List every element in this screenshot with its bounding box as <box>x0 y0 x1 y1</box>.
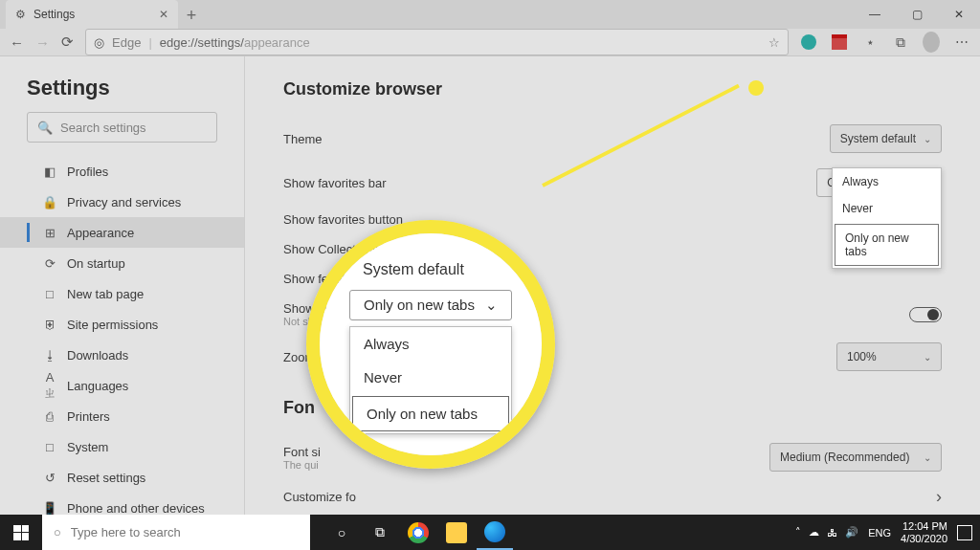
sidebar-item-label: Appearance <box>67 226 134 240</box>
file-explorer-icon[interactable] <box>438 515 475 550</box>
onedrive-icon[interactable]: ☁ <box>809 526 819 539</box>
sidebar-icon: ⊞ <box>42 226 57 240</box>
back-button[interactable]: ← <box>10 34 24 51</box>
fontsize-dropdown[interactable]: Medium (Recommended)⌄ <box>769 443 942 472</box>
sidebar-item-label: System <box>67 440 108 454</box>
row-home-button: Show home bu Not shown <box>283 294 942 335</box>
sidebar-item-label: Privacy and services <box>67 195 181 209</box>
sidebar-icon: ⟳ <box>42 256 57 271</box>
tray-lang[interactable]: ENG <box>868 527 891 539</box>
edge-label: Edge <box>112 35 141 50</box>
titlebar: ⚙ Settings ✕ + — ▢ ✕ <box>0 0 980 29</box>
favbar-option-only-new-tabs[interactable]: Only on new tabs <box>835 224 939 266</box>
window-close[interactable]: ✕ <box>938 0 980 29</box>
url-text: edge://settings/appearance <box>160 35 310 50</box>
sidebar-icon: ↺ <box>42 471 57 485</box>
settings-title: Settings <box>0 76 244 112</box>
sidebar-item-new-tab-page[interactable]: □New tab page <box>0 278 244 309</box>
extension-icon-2[interactable] <box>831 33 848 51</box>
sidebar-icon: ⭳ <box>42 348 57 363</box>
more-menu-icon[interactable]: ⋯ <box>953 33 970 51</box>
sidebar-item-system[interactable]: □System <box>0 431 244 462</box>
sidebar-item-profiles[interactable]: ◧Profiles <box>0 156 244 187</box>
collections-label: Show Collections button <box>283 242 416 256</box>
sidebar-item-label: Printers <box>67 409 110 424</box>
sidebar-item-label: Downloads <box>67 348 128 363</box>
home-toggle[interactable] <box>909 307 942 322</box>
row-font-size: Font si The qui Medium (Recommended)⌄ <box>283 435 942 479</box>
chevron-down-icon: ⌄ <box>924 134 931 144</box>
edge-taskbar-icon[interactable] <box>477 515 513 550</box>
browser-tab[interactable]: ⚙ Settings ✕ <box>6 0 178 29</box>
sidebar-icon: □ <box>42 440 57 454</box>
taskbar-search[interactable]: ○ Type here to search <box>42 515 310 550</box>
sidebar-item-downloads[interactable]: ⭳Downloads <box>0 340 244 370</box>
windows-taskbar: ○ Type here to search ○ ⧉ ˄ ☁ 🖧 🔊 ENG 12… <box>0 515 980 550</box>
sidebar-item-label: Phone and other devices <box>67 501 205 516</box>
fonts-header: Fon <box>283 398 942 418</box>
sidebar-item-label: On startup <box>67 256 125 271</box>
row-theme: Theme System default⌄ <box>283 117 942 161</box>
close-tab-icon[interactable]: ✕ <box>159 8 168 21</box>
start-button[interactable] <box>0 515 42 550</box>
search-settings-input[interactable]: 🔍 Search settings <box>27 112 217 143</box>
chevron-right-icon: › <box>936 487 942 507</box>
sidebar-item-site-permissions[interactable]: ⛨Site permissions <box>0 309 244 340</box>
chrome-taskbar-icon[interactable] <box>400 515 436 550</box>
sidebar-icon: 🔒 <box>42 195 57 209</box>
fontsize-sub: The qui <box>283 459 321 471</box>
chevron-down-icon: ⌄ <box>924 352 931 363</box>
sidebar-item-appearance[interactable]: ⊞Appearance <box>0 217 244 248</box>
favbar-option-never[interactable]: Never <box>833 195 941 222</box>
network-icon[interactable]: 🖧 <box>827 527 837 539</box>
taskbar-search-placeholder: Type here to search <box>71 525 181 539</box>
sidebar-item-on-startup[interactable]: ⟳On startup <box>0 248 244 278</box>
home-sub: Not shown <box>283 316 367 327</box>
favbtn-label: Show favorites button <box>283 212 403 227</box>
extension-icon-1[interactable] <box>800 33 817 51</box>
tray-clock[interactable]: 12:04 PM 4/30/2020 <box>901 520 947 543</box>
favorite-star-icon[interactable]: ☆ <box>768 35 780 50</box>
theme-label: Theme <box>283 132 322 146</box>
settings-sidebar: Settings 🔍 Search settings ◧Profiles🔒Pri… <box>0 56 245 550</box>
edge-icon: ◎ <box>94 35 104 50</box>
favorites-icon[interactable]: ⋆ <box>861 33 879 51</box>
sidebar-item-reset-settings[interactable]: ↺Reset settings <box>0 462 244 493</box>
sidebar-icon: 📱 <box>42 501 57 516</box>
sidebar-icon: ⎙ <box>42 409 57 424</box>
search-icon: 🔍 <box>37 121 53 135</box>
customize-fonts-label: Customize fo <box>283 490 356 504</box>
row-zoom: Zoom 100%⌄ <box>283 335 942 379</box>
cortana-icon[interactable]: ○ <box>323 515 360 550</box>
volume-icon[interactable]: 🔊 <box>845 526 858 539</box>
home-label: Show home bu <box>283 301 367 316</box>
collections-icon[interactable]: ⧉ <box>892 33 909 51</box>
zoom-dropdown[interactable]: 100%⌄ <box>836 342 942 371</box>
sidebar-item-languages[interactable]: AㄓLanguages <box>0 370 244 401</box>
tray-chevron-icon[interactable]: ˄ <box>795 526 801 539</box>
window-minimize[interactable]: — <box>854 0 896 29</box>
tray-icons[interactable]: ˄ ☁ 🖧 🔊 <box>795 526 858 539</box>
sidebar-icon: ⛨ <box>42 318 57 332</box>
window-maximize[interactable]: ▢ <box>896 0 938 29</box>
favbar-label: Show favorites bar <box>283 176 387 190</box>
section-header: Customize browser <box>283 79 942 99</box>
favbar-option-always[interactable]: Always <box>833 168 941 195</box>
main-panel: Customize browser Theme System default⌄ … <box>245 56 980 550</box>
refresh-button[interactable]: ⟳ <box>61 33 74 51</box>
sidebar-icon: Aㄓ <box>42 370 57 402</box>
sidebar-item-privacy-and-services[interactable]: 🔒Privacy and services <box>0 187 244 217</box>
action-center-icon[interactable] <box>957 525 972 540</box>
gear-icon: ⚙ <box>15 8 26 21</box>
profile-avatar[interactable] <box>923 33 940 51</box>
row-customize-fonts[interactable]: Customize fo › <box>283 479 942 515</box>
sidebar-item-printers[interactable]: ⎙Printers <box>0 401 244 431</box>
task-view-icon[interactable]: ⧉ <box>362 515 398 550</box>
zoom-label: Zoom <box>283 350 315 364</box>
sidebar-icon: □ <box>42 287 57 301</box>
url-box[interactable]: ◎ Edge | edge://settings/appearance ☆ <box>85 29 789 55</box>
new-tab-button[interactable]: + <box>178 2 205 29</box>
address-bar: ← → ⟳ ◎ Edge | edge://settings/appearanc… <box>0 29 980 56</box>
theme-dropdown[interactable]: System default⌄ <box>830 124 942 153</box>
search-placeholder: Search settings <box>60 121 146 135</box>
